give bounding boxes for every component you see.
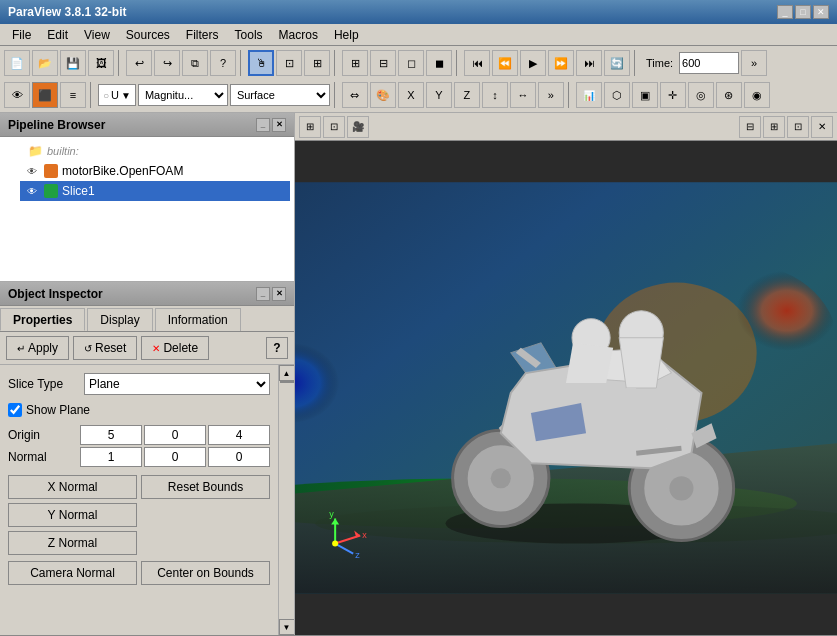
normal-z-input[interactable] <box>208 447 270 467</box>
scroll-down-arrow[interactable]: ▼ <box>279 619 295 635</box>
axes-button[interactable]: ✛ <box>660 82 686 108</box>
orient-extra[interactable]: ↔ <box>510 82 536 108</box>
inspector-close[interactable]: ✕ <box>272 287 286 301</box>
next-frame-button[interactable]: ⏩ <box>548 50 574 76</box>
origin-x-input[interactable] <box>80 425 142 445</box>
reset-bounds-button[interactable]: Reset Bounds <box>141 475 270 499</box>
window-controls[interactable]: _ □ ✕ <box>777 5 829 19</box>
pipeline-close[interactable]: ✕ <box>272 118 286 132</box>
apply-button[interactable]: ↵ Apply <box>6 336 69 360</box>
rescale-button[interactable]: ⇔ <box>342 82 368 108</box>
orient-view-button[interactable]: ↕ <box>482 82 508 108</box>
help-toolbar-button[interactable]: ? <box>210 50 236 76</box>
cube-button[interactable]: ▣ <box>632 82 658 108</box>
zoom-button[interactable]: ⊞ <box>304 50 330 76</box>
first-frame-button[interactable]: ⏮ <box>464 50 490 76</box>
toolbar-overflow2[interactable]: » <box>538 82 564 108</box>
new-button[interactable]: 📄 <box>4 50 30 76</box>
viewport-close[interactable]: ✕ <box>811 116 833 138</box>
select-button[interactable]: ⊡ <box>276 50 302 76</box>
menu-filters[interactable]: Filters <box>178 26 227 44</box>
z-normal-button[interactable]: Z Normal <box>8 531 137 555</box>
interact-button[interactable]: 🖱 <box>248 50 274 76</box>
select-surface-button[interactable]: ◻ <box>398 50 424 76</box>
scroll-up-arrow[interactable]: ▲ <box>279 365 295 381</box>
y-normal-button[interactable]: Y Normal <box>8 503 137 527</box>
undo-button[interactable]: ↩ <box>126 50 152 76</box>
show-plane-checkbox[interactable] <box>8 403 22 417</box>
query-btn[interactable]: ◉ <box>744 82 770 108</box>
menu-sources[interactable]: Sources <box>118 26 178 44</box>
redo-button[interactable]: ↪ <box>154 50 180 76</box>
orient-y-button[interactable]: Y <box>426 82 452 108</box>
viewport-icon-1[interactable]: ⊞ <box>299 116 321 138</box>
viewport-icon-3[interactable]: 🎥 <box>347 116 369 138</box>
zoom-to-data-button[interactable]: ⊟ <box>370 50 396 76</box>
save-screenshot-button[interactable]: 🖼 <box>88 50 114 76</box>
orient-x-button[interactable]: X <box>398 82 424 108</box>
filter-btn[interactable]: ⊛ <box>716 82 742 108</box>
open-button[interactable]: 📂 <box>32 50 58 76</box>
eye-icon[interactable]: 👁 <box>4 82 30 108</box>
representation-select[interactable]: Surface <box>230 84 330 106</box>
chart-button[interactable]: 📊 <box>576 82 602 108</box>
origin-z-input[interactable] <box>208 425 270 445</box>
inspector-minimize[interactable]: _ <box>256 287 270 301</box>
loop-button[interactable]: 🔄 <box>604 50 630 76</box>
help-button[interactable]: ? <box>266 337 288 359</box>
origin-y-input[interactable] <box>144 425 206 445</box>
toolbar-overflow[interactable]: » <box>741 50 767 76</box>
pipeline-toggle[interactable]: ≡ <box>60 82 86 108</box>
viewport-maximize[interactable]: ⊡ <box>787 116 809 138</box>
select-through-button[interactable]: ◼ <box>426 50 452 76</box>
close-button[interactable]: ✕ <box>813 5 829 19</box>
menu-view[interactable]: View <box>76 26 118 44</box>
color-icon[interactable]: ⬛ <box>32 82 58 108</box>
save-button[interactable]: 💾 <box>60 50 86 76</box>
menu-file[interactable]: File <box>4 26 39 44</box>
reset-camera-button[interactable]: ⊞ <box>342 50 368 76</box>
motorbike-icon <box>44 164 58 178</box>
play-button[interactable]: ▶ <box>520 50 546 76</box>
pipeline-item-motorbike[interactable]: 👁 motorBike.OpenFOAM <box>20 161 290 181</box>
orient-z-button[interactable]: Z <box>454 82 480 108</box>
viewport-content[interactable]: x y z <box>295 141 837 635</box>
pipeline-minimize[interactable]: _ <box>256 118 270 132</box>
inspector-header-controls[interactable]: _ ✕ <box>256 287 286 301</box>
scroll-thumb[interactable] <box>280 381 294 383</box>
viewport-split-h[interactable]: ⊟ <box>739 116 761 138</box>
3d-button[interactable]: ⬡ <box>604 82 630 108</box>
normal-x-input[interactable] <box>80 447 142 467</box>
x-normal-button[interactable]: X Normal <box>8 475 137 499</box>
variable-selector[interactable]: ○ U ▼ <box>98 84 136 106</box>
camera-normal-button[interactable]: Camera Normal <box>8 561 137 585</box>
prev-frame-button[interactable]: ⏪ <box>492 50 518 76</box>
menu-help[interactable]: Help <box>326 26 367 44</box>
pipeline-header-controls[interactable]: _ ✕ <box>256 118 286 132</box>
copy-button[interactable]: ⧉ <box>182 50 208 76</box>
center-on-bounds-button[interactable]: Center on Bounds <box>141 561 270 585</box>
pipeline-item-builtin[interactable]: 📁 builtin: <box>4 141 290 161</box>
reset-button[interactable]: ↺ Reset <box>73 336 137 360</box>
viewport-split-v[interactable]: ⊞ <box>763 116 785 138</box>
orient-widget[interactable]: ◎ <box>688 82 714 108</box>
menu-macros[interactable]: Macros <box>271 26 326 44</box>
time-input[interactable] <box>679 52 739 74</box>
pipeline-item-slice1[interactable]: 👁 Slice1 <box>20 181 290 201</box>
slice-type-select[interactable]: Plane <box>84 373 270 395</box>
last-frame-button[interactable]: ⏭ <box>576 50 602 76</box>
menu-tools[interactable]: Tools <box>227 26 271 44</box>
viewport-icon-2[interactable]: ⊡ <box>323 116 345 138</box>
tab-information[interactable]: Information <box>155 308 241 331</box>
minimize-button[interactable]: _ <box>777 5 793 19</box>
tab-properties[interactable]: Properties <box>0 308 85 331</box>
menu-edit[interactable]: Edit <box>39 26 76 44</box>
colormap-button[interactable]: 🎨 <box>370 82 396 108</box>
delete-button[interactable]: ✕ Delete <box>141 336 209 360</box>
maximize-button[interactable]: □ <box>795 5 811 19</box>
properties-scrollbar[interactable]: ▲ ▼ <box>278 365 294 635</box>
magnitude-select[interactable]: Magnitu... <box>138 84 228 106</box>
tab-display[interactable]: Display <box>87 308 152 331</box>
normal-y-input[interactable] <box>144 447 206 467</box>
object-inspector: Object Inspector _ ✕ Properties Display … <box>0 282 294 635</box>
